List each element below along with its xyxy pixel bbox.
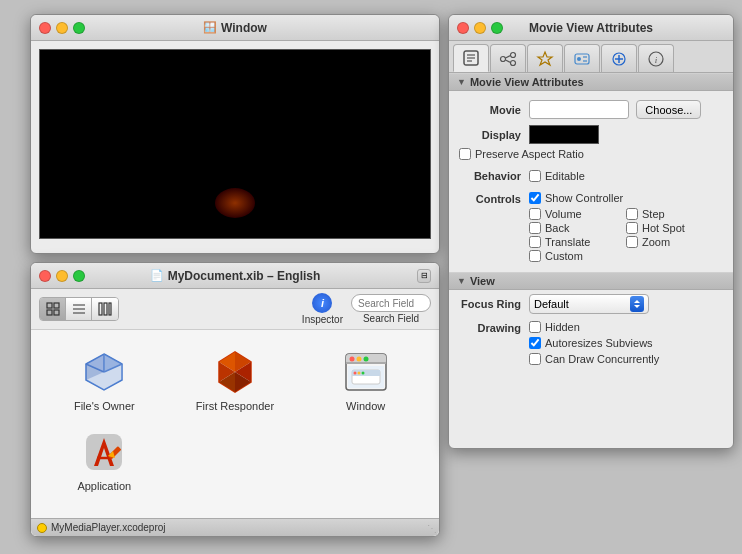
behavior-label: Behavior (459, 170, 529, 182)
window-panel: 🪟 Window (30, 14, 440, 254)
hidden-label: Hidden (545, 321, 580, 333)
window-titlebar: 🪟 Window (31, 15, 439, 41)
tab-plus[interactable] (601, 44, 637, 72)
show-controller-row: Show Controller (529, 191, 723, 205)
resize-handle[interactable]: ⋱ (427, 523, 437, 534)
inspector-tabs: i (449, 41, 733, 73)
svg-point-30 (363, 357, 368, 362)
svg-rect-8 (104, 303, 107, 315)
search-input[interactable] (351, 294, 431, 312)
drawing-label: Drawing (459, 320, 529, 334)
tab-attributes[interactable] (453, 44, 489, 72)
svg-point-36 (361, 372, 364, 375)
editable-checkbox[interactable] (529, 170, 541, 182)
svg-rect-7 (99, 303, 102, 315)
focus-ring-label: Focus Ring (459, 298, 529, 310)
back-checkbox[interactable] (529, 222, 541, 234)
window-label: Window (346, 400, 385, 412)
preserve-aspect-row: Preserve Aspect Ratio (459, 147, 723, 161)
tab-connections[interactable] (490, 44, 526, 72)
svg-point-29 (356, 357, 361, 362)
svg-marker-60 (634, 300, 640, 303)
view-mode-grid-button[interactable] (40, 298, 66, 320)
preserve-aspect-label: Preserve Aspect Ratio (475, 148, 584, 160)
custom-checkbox[interactable] (529, 250, 541, 262)
first-responder-item[interactable]: First Responder (170, 340, 301, 420)
back-row: Back (529, 221, 626, 235)
window-icon: 🪟 (203, 21, 217, 34)
behavior-value: Editable (529, 169, 723, 183)
mydoc-close-button[interactable] (39, 270, 51, 282)
svg-point-35 (357, 372, 360, 375)
attr-close-button[interactable] (457, 22, 469, 34)
tab-identity[interactable] (564, 44, 600, 72)
focus-ring-select[interactable]: Default (529, 294, 649, 314)
list-icon (72, 302, 86, 316)
preserve-aspect-group: Preserve Aspect Ratio (449, 147, 733, 165)
display-row: Display (449, 122, 733, 147)
window-item[interactable]: Window (300, 340, 431, 420)
hotspot-row: Hot Spot (626, 221, 723, 235)
movie-attributes-body: Movie Choose... Display Preserve Aspect … (449, 91, 733, 272)
translate-row: Translate (529, 235, 626, 249)
window-title: 🪟 Window (203, 21, 267, 35)
custom-row: Custom (529, 249, 626, 263)
search-field-wrap: Search Field (351, 294, 431, 324)
movie-view-attributes-header: ▼ Movie View Attributes (449, 73, 733, 91)
inspector-button[interactable]: i Inspector (302, 293, 343, 325)
show-controller-checkbox[interactable] (529, 192, 541, 204)
display-color-swatch[interactable] (529, 125, 599, 144)
back-label: Back (545, 222, 569, 234)
hidden-row: Hidden (529, 320, 659, 334)
step-label: Step (642, 208, 665, 220)
film-light-glow (215, 188, 255, 218)
svg-rect-3 (54, 310, 59, 315)
svg-point-34 (353, 372, 356, 375)
hotspot-checkbox[interactable] (626, 222, 638, 234)
application-item[interactable]: Application (39, 420, 170, 500)
view-mode-list-button[interactable] (66, 298, 92, 320)
mydoc-maximize-button[interactable] (73, 270, 85, 282)
plus-tab-icon (610, 50, 628, 68)
tab-appearance[interactable] (527, 44, 563, 72)
files-owner-item[interactable]: File's Owner (39, 340, 170, 420)
minimize-button[interactable] (56, 22, 68, 34)
window-inner (40, 50, 430, 238)
volume-checkbox[interactable] (529, 208, 541, 220)
collapse-button[interactable]: ⊟ (417, 269, 431, 283)
column-icon (98, 302, 112, 316)
svg-point-28 (349, 357, 354, 362)
movie-label: Movie (459, 104, 529, 116)
movie-input[interactable] (529, 100, 629, 119)
maximize-button[interactable] (73, 22, 85, 34)
mydoc-minimize-button[interactable] (56, 270, 68, 282)
attributes-title: Movie View Attributes (529, 21, 653, 35)
controls-label: Controls (459, 191, 529, 205)
autoresizes-checkbox[interactable] (529, 337, 541, 349)
preserve-aspect-checkbox[interactable] (459, 148, 471, 160)
view-mode-column-button[interactable] (92, 298, 118, 320)
status-text: MyMediaPlayer.xcodeproj (51, 522, 166, 533)
attributes-tab-icon (462, 49, 480, 67)
svg-point-48 (511, 60, 516, 65)
status-bar: MyMediaPlayer.xcodeproj ⋱ (31, 518, 439, 536)
close-button[interactable] (39, 22, 51, 34)
step-checkbox[interactable] (626, 208, 638, 220)
choose-button[interactable]: Choose... (636, 100, 701, 119)
status-indicator (37, 523, 47, 533)
attr-maximize-button[interactable] (491, 22, 503, 34)
mydoc-toolbar: i Inspector Search Field (31, 289, 439, 330)
autoresizes-label: Autoresizes Subviews (545, 337, 653, 349)
attributes-panel: Movie View Attributes (448, 14, 734, 449)
traffic-lights (39, 22, 85, 34)
view-mode-buttons (39, 297, 119, 321)
focus-ring-value: Default (534, 298, 630, 310)
svg-marker-61 (634, 305, 640, 308)
connections-tab-icon (499, 50, 517, 68)
translate-checkbox[interactable] (529, 236, 541, 248)
attr-minimize-button[interactable] (474, 22, 486, 34)
tab-info[interactable]: i (638, 44, 674, 72)
can-draw-checkbox[interactable] (529, 353, 541, 365)
zoom-checkbox[interactable] (626, 236, 638, 248)
hidden-checkbox[interactable] (529, 321, 541, 333)
